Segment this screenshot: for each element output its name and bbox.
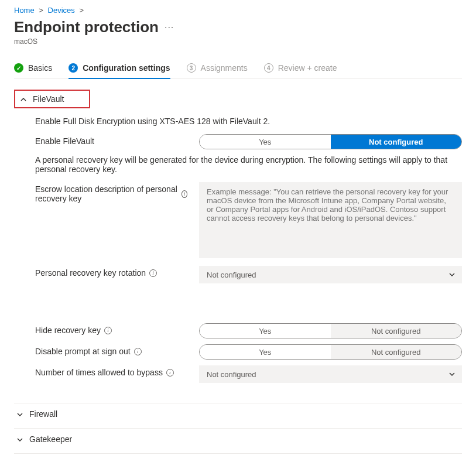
section-title: Gatekeeper — [29, 434, 72, 444]
chevron-down-icon — [16, 436, 23, 443]
info-icon[interactable]: i — [182, 190, 187, 198]
section-filevault-body: Enable Full Disk Encryption using XTS-AE… — [14, 108, 462, 399]
wizard-tabs: ✓ Basics 2 Configuration settings 3 Assi… — [14, 60, 462, 79]
page-title: Endpoint protection — [14, 18, 159, 36]
escrow-label: Escrow location description of personal … — [35, 184, 178, 203]
info-icon[interactable]: i — [149, 269, 157, 277]
info-icon[interactable]: i — [134, 348, 142, 355]
chevron-down-icon — [16, 410, 23, 417]
tab-assignments[interactable]: 3 Assignments — [187, 60, 248, 78]
enable-filevault-toggle[interactable]: Yes Not configured — [199, 134, 462, 149]
bypass-label: Number of times allowed to bypass — [35, 368, 163, 377]
breadcrumb-devices[interactable]: Devices — [48, 6, 75, 15]
toggle-not-configured[interactable]: Not configured — [331, 324, 462, 338]
tab-label: Configuration settings — [83, 63, 170, 73]
info-icon[interactable]: i — [104, 327, 112, 334]
toggle-yes[interactable]: Yes — [200, 135, 331, 149]
enable-filevault-label: Enable FileVault — [35, 136, 94, 146]
tab-configuration-settings[interactable]: 2 Configuration settings — [69, 60, 170, 78]
toggle-not-configured[interactable]: Not configured — [331, 135, 462, 149]
section-firewall-header[interactable]: Firewall — [14, 403, 462, 425]
breadcrumb-sep: > — [39, 6, 43, 15]
tab-label: Assignments — [201, 63, 248, 73]
page-subtitle: macOS — [14, 37, 462, 46]
select-value: Not configured — [207, 370, 256, 379]
chevron-up-icon — [20, 95, 27, 102]
step-number: 4 — [264, 63, 273, 73]
info-icon[interactable]: i — [166, 369, 174, 377]
tab-label: Basics — [28, 63, 52, 73]
breadcrumb-sep: > — [79, 6, 84, 15]
toggle-not-configured[interactable]: Not configured — [331, 345, 462, 359]
section-title: FileVault — [33, 94, 64, 104]
more-actions-icon[interactable]: ··· — [165, 22, 174, 33]
filevault-desc1: Enable Full Disk Encryption using XTS-AE… — [35, 117, 462, 126]
section-filevault-header[interactable]: FileVault — [14, 90, 90, 108]
toggle-yes[interactable]: Yes — [200, 345, 331, 359]
breadcrumb-home[interactable]: Home — [14, 6, 35, 15]
step-number: 3 — [187, 63, 196, 73]
chevron-down-icon — [448, 371, 456, 378]
tab-label: Review + create — [278, 63, 337, 73]
step-number: 2 — [69, 63, 78, 73]
disable-prompt-label: Disable prompt at sign out — [35, 347, 131, 356]
rotation-label: Personal recovery key rotation — [35, 268, 146, 278]
bypass-select[interactable]: Not configured — [199, 365, 462, 383]
tab-review-create[interactable]: 4 Review + create — [264, 60, 337, 78]
hide-recovery-toggle[interactable]: Yes Not configured — [199, 323, 462, 338]
section-title: Firewall — [29, 409, 57, 419]
check-icon: ✓ — [14, 63, 23, 73]
escrow-textarea[interactable] — [199, 182, 462, 258]
disable-prompt-toggle[interactable]: Yes Not configured — [199, 344, 462, 360]
breadcrumb: Home > Devices > — [14, 6, 462, 15]
select-value: Not configured — [207, 271, 256, 279]
chevron-down-icon — [448, 271, 456, 278]
tab-basics[interactable]: ✓ Basics — [14, 60, 52, 78]
rotation-select[interactable]: Not configured — [199, 266, 462, 283]
section-gatekeeper-header[interactable]: Gatekeeper — [14, 428, 462, 450]
filevault-desc2: A personal recovery key will be generate… — [35, 155, 462, 174]
hide-recovery-label: Hide recovery key — [35, 326, 101, 335]
toggle-yes[interactable]: Yes — [200, 324, 331, 338]
